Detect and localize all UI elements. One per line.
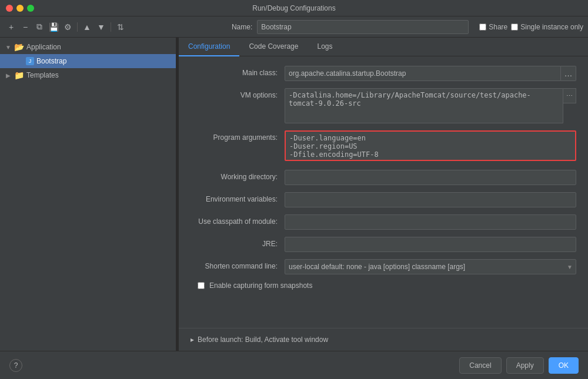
copy-icon: ⧉ <box>36 22 42 32</box>
program-args-row: Program arguments: -Duser.language=en -D… <box>191 130 576 163</box>
single-instance-checkbox[interactable] <box>511 24 518 31</box>
main-class-input[interactable] <box>285 66 561 81</box>
sidebar-item-templates[interactable]: ▶ 📁 Templates <box>0 68 176 82</box>
vm-options-label: VM options: <box>191 88 285 99</box>
main-class-browse-button[interactable]: … <box>561 66 576 81</box>
vm-options-textarea[interactable] <box>285 88 563 123</box>
vm-options-row: VM options: ⋯ <box>191 88 576 123</box>
share-checkbox[interactable] <box>479 24 486 31</box>
vm-options-expand-button[interactable]: ⋯ <box>563 88 576 103</box>
apply-label: Apply <box>516 361 534 370</box>
browse-icon: … <box>564 69 573 78</box>
shorten-row: Shorten command line: user-local default… <box>191 259 576 274</box>
form-snapshot-checkbox[interactable] <box>198 282 205 289</box>
before-launch-expand-icon: ▸ <box>191 336 194 344</box>
classpath-input[interactable] <box>285 214 576 230</box>
save-button[interactable]: 💾 <box>47 21 60 33</box>
remove-button[interactable]: − <box>19 21 32 33</box>
sort-button[interactable]: ⇅ <box>114 21 127 33</box>
save-icon: 💾 <box>49 22 59 32</box>
toolbar: + − ⧉ 💾 ⚙ ▲ ▼ ⇅ Name: Share Single insta… <box>0 16 588 38</box>
tab-configuration[interactable]: Configuration <box>179 38 239 56</box>
jre-row: JRE: <box>191 237 576 252</box>
cancel-label: Cancel <box>469 361 491 370</box>
single-instance-checkbox-label[interactable]: Single instance only <box>511 23 583 31</box>
working-dir-input[interactable] <box>285 170 576 185</box>
main-content: ▼ 📂 Application J Bootstrap ▶ 📁 Template… <box>0 38 588 351</box>
env-vars-row: Environment variables: <box>191 192 576 207</box>
tabs-bar: Configuration Code Coverage Logs <box>179 38 588 56</box>
expand-icon: ⋯ <box>566 92 573 100</box>
env-vars-input[interactable] <box>285 192 576 207</box>
move-down-button[interactable]: ▼ <box>95 21 108 33</box>
share-label: Share <box>489 23 507 31</box>
tab-logs[interactable]: Logs <box>308 38 342 56</box>
collapse-icon: ▼ <box>5 44 12 51</box>
main-class-row: Main class: … <box>191 66 576 81</box>
application-label: Application <box>26 43 61 51</box>
bootstrap-label: Bootstrap <box>36 57 66 65</box>
remove-icon: − <box>23 22 28 32</box>
expand-icon: ▶ <box>5 72 12 79</box>
single-instance-label: Single instance only <box>520 23 583 31</box>
form-snapshot-label: Enable capturing form snapshots <box>209 281 312 290</box>
window-controls <box>6 5 34 12</box>
share-section: Share Single instance only <box>479 23 583 31</box>
working-dir-label: Working directory: <box>191 170 285 181</box>
working-dir-value <box>285 170 576 185</box>
copy-button[interactable]: ⧉ <box>33 21 46 33</box>
jre-input[interactable] <box>285 237 576 252</box>
program-args-textarea[interactable]: -Duser.language=en -Duser.region=US -Dfi… <box>285 130 576 161</box>
program-args-value: -Duser.language=en -Duser.region=US -Dfi… <box>285 130 576 163</box>
move-up-button[interactable]: ▲ <box>81 21 93 33</box>
before-launch-section: ▸ Before launch: Build, Activate tool wi… <box>179 328 588 351</box>
jre-value <box>285 237 576 252</box>
name-label: Name: <box>232 23 252 31</box>
ok-button[interactable]: OK <box>549 357 579 374</box>
form-snapshot-row: Enable capturing form snapshots <box>198 281 576 290</box>
sidebar-item-application[interactable]: ▼ 📂 Application <box>0 40 176 54</box>
title-bar: Run/Debug Configurations <box>0 0 588 16</box>
minimize-button[interactable] <box>16 5 24 12</box>
classpath-row: Use classpath of module: <box>191 214 576 230</box>
close-button[interactable] <box>6 5 13 12</box>
separator-1 <box>77 22 78 32</box>
help-icon: ? <box>14 361 18 370</box>
maximize-button[interactable] <box>27 5 34 12</box>
vm-options-value: ⋯ <box>285 88 576 123</box>
templates-label: Templates <box>26 71 59 79</box>
working-dir-row: Working directory: <box>191 170 576 185</box>
ok-label: OK <box>559 361 569 370</box>
bootstrap-icon: J <box>26 57 34 65</box>
tab-code-coverage[interactable]: Code Coverage <box>239 38 308 56</box>
settings-button[interactable]: ⚙ <box>61 21 74 33</box>
config-panel: Main class: … VM options: ⋯ <box>179 56 588 328</box>
cancel-button[interactable]: Cancel <box>459 357 501 374</box>
help-button[interactable]: ? <box>9 359 22 372</box>
shorten-label: Shorten command line: <box>191 259 285 270</box>
apply-button[interactable]: Apply <box>506 357 544 374</box>
templates-folder-icon: 📁 <box>14 71 24 80</box>
sort-icon: ⇅ <box>117 22 124 32</box>
classpath-value <box>285 214 576 230</box>
name-input[interactable] <box>257 20 469 34</box>
move-down-icon: ▼ <box>97 22 105 32</box>
shorten-select[interactable]: user-local default: none - java [options… <box>285 259 576 274</box>
main-class-label: Main class: <box>191 66 285 77</box>
before-launch-label: Before launch: Build, Activate tool wind… <box>198 336 328 344</box>
sidebar-item-bootstrap[interactable]: J Bootstrap <box>0 54 176 68</box>
bottom-bar: ? Cancel Apply OK <box>0 351 588 379</box>
add-icon: + <box>9 22 14 32</box>
shorten-value: user-local default: none - java [options… <box>285 259 576 274</box>
share-checkbox-label[interactable]: Share <box>479 23 507 31</box>
jre-label: JRE: <box>191 237 285 248</box>
separator-2 <box>111 22 111 32</box>
settings-icon: ⚙ <box>64 22 72 32</box>
name-section: Name: Share Single instance only <box>232 20 583 34</box>
move-up-icon: ▲ <box>83 22 91 32</box>
classpath-label: Use classpath of module: <box>191 214 285 226</box>
main-class-value: … <box>285 66 576 81</box>
add-button[interactable]: + <box>5 21 18 33</box>
before-launch-header[interactable]: ▸ Before launch: Build, Activate tool wi… <box>191 336 576 344</box>
sidebar: ▼ 📂 Application J Bootstrap ▶ 📁 Template… <box>0 38 176 351</box>
